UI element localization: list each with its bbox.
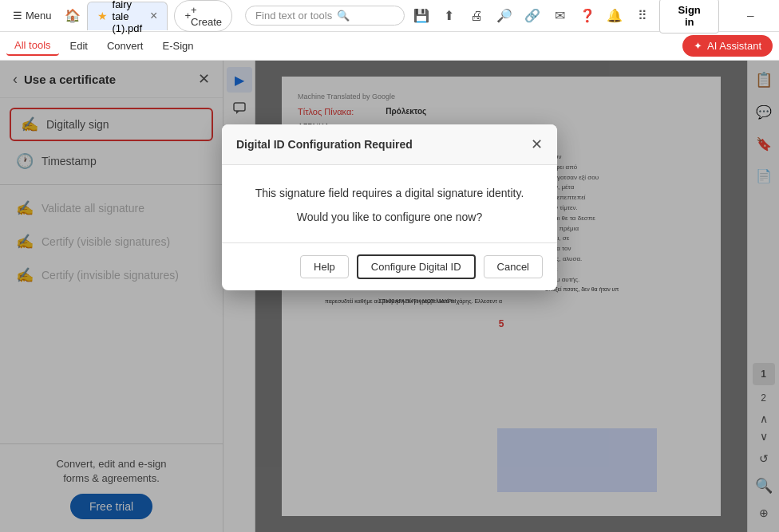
email-icon[interactable]: ✉: [549, 5, 571, 27]
window-controls: ─ □ ✕: [732, 4, 779, 28]
star-icon: ★: [97, 10, 108, 22]
help-icon[interactable]: ❓: [576, 5, 598, 27]
titlebar: ☰ Menu 🏠 ★ fairy tale (1).pdf × + + Crea…: [0, 0, 779, 32]
menu-esign[interactable]: E-Sign: [154, 37, 201, 55]
bell-icon[interactable]: 🔔: [604, 5, 626, 27]
modal-body-line1: This signature field requires a digital …: [241, 184, 538, 202]
modal-overlay: Digital ID Configuration Required ✕ This…: [0, 61, 779, 532]
print-icon[interactable]: 🖨: [466, 5, 488, 27]
configure-digital-id-button[interactable]: Configure Digital ID: [357, 254, 476, 279]
search-text: Find text or tools: [255, 10, 332, 22]
help-button[interactable]: Help: [300, 255, 349, 278]
tab-title: fairy tale (1).pdf: [113, 0, 143, 34]
modal-body: This signature field requires a digital …: [222, 165, 557, 242]
ai-assistant-label: AI Assistant: [707, 40, 761, 52]
menu-button[interactable]: ☰ Menu: [6, 6, 58, 25]
home-icon: 🏠: [65, 8, 81, 23]
modal-footer: Help Configure Digital ID Cancel: [222, 242, 557, 290]
modal-header: Digital ID Configuration Required ✕: [222, 124, 557, 165]
document-tab[interactable]: ★ fairy tale (1).pdf ×: [87, 2, 168, 30]
menu-label: Menu: [26, 10, 52, 22]
create-label: + Create: [191, 4, 222, 28]
apps-icon[interactable]: ⠿: [632, 5, 654, 27]
find-text-icon[interactable]: 🔎: [494, 5, 516, 27]
upload-icon[interactable]: ⬆: [439, 5, 461, 27]
search-icon: 🔍: [337, 10, 350, 22]
search-bar[interactable]: Find text or tools 🔍: [245, 6, 405, 26]
cancel-button[interactable]: Cancel: [484, 255, 543, 278]
sign-in-button[interactable]: Sign in: [659, 0, 719, 33]
menu-all-tools[interactable]: All tools: [6, 36, 59, 56]
tab-close-button[interactable]: ×: [150, 9, 157, 23]
home-button[interactable]: 🏠: [65, 3, 81, 29]
menu-convert[interactable]: Convert: [99, 37, 152, 55]
maximize-button[interactable]: □: [770, 4, 779, 28]
ai-icon: ✦: [694, 40, 702, 52]
modal-title: Digital ID Configuration Required: [236, 138, 413, 151]
plus-icon: +: [184, 10, 191, 22]
hamburger-icon: ☰: [13, 10, 22, 22]
minimize-button[interactable]: ─: [732, 4, 769, 28]
menubar: All tools Edit Convert E-Sign ✦ AI Assis…: [0, 32, 779, 61]
ai-assistant-button[interactable]: ✦ AI Assistant: [682, 35, 773, 57]
create-button[interactable]: + + Create: [174, 0, 232, 32]
save-cloud-icon[interactable]: 💾: [411, 5, 433, 27]
link-icon[interactable]: 🔗: [521, 5, 543, 27]
digital-id-modal: Digital ID Configuration Required ✕ This…: [222, 124, 557, 290]
titlebar-icons: 💾 ⬆ 🖨 🔎 🔗 ✉ ❓ 🔔 ⠿ Sign in: [411, 0, 719, 33]
modal-body-line2: Would you like to configure one now?: [241, 208, 538, 226]
modal-close-button[interactable]: ✕: [531, 136, 543, 153]
menu-edit[interactable]: Edit: [62, 37, 96, 55]
